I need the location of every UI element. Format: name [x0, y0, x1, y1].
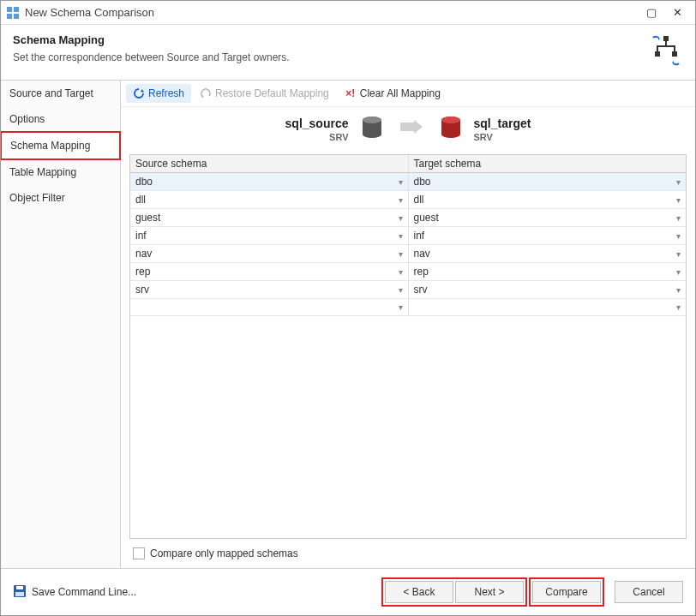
dropdown-icon[interactable]: ▾ [676, 285, 681, 295]
svg-marker-7 [658, 37, 660, 40]
header-panel: Schema Mapping Set the correspondence be… [1, 25, 695, 81]
dropdown-icon[interactable]: ▾ [676, 267, 681, 277]
target-schema-cell[interactable]: inf▾ [409, 227, 687, 244]
source-schema-cell[interactable]: inf▾ [130, 227, 409, 244]
sidebar-item-label: Source and Target [9, 87, 93, 99]
source-schema-header: Source schema [130, 155, 409, 172]
restore-default-mapping-button[interactable]: Restore Default Mapping [193, 84, 336, 103]
toolbar: Refresh Restore Default Mapping ×! Clear… [121, 81, 695, 107]
source-schema-cell[interactable]: guest▾ [130, 209, 409, 226]
target-db-srv: SRV [474, 132, 531, 142]
schema-mapping-table: Source schema Target schema dbo▾dbo▾dll▾… [129, 154, 687, 539]
compare-only-mapped-row: Compare only mapped schemas [121, 539, 695, 568]
target-schema-cell[interactable]: nav▾ [409, 245, 687, 262]
sidebar-item-options[interactable]: Options [1, 106, 120, 132]
svg-rect-0 [7, 7, 12, 12]
dropdown-icon[interactable]: ▾ [399, 231, 403, 241]
dropdown-icon[interactable]: ▾ [676, 249, 681, 259]
source-schema-value: srv [135, 284, 149, 296]
source-schema-cell[interactable]: dll▾ [130, 191, 409, 208]
next-button[interactable]: Next > [455, 581, 524, 603]
dropdown-icon[interactable]: ▾ [676, 195, 681, 205]
schema-row: guest▾guest▾ [130, 209, 686, 227]
target-db-icon [440, 116, 462, 142]
sidebar-item-object-filter[interactable]: Object Filter [1, 185, 120, 211]
svg-marker-10 [201, 94, 204, 98]
db-pair: sql_source SRV [121, 107, 695, 154]
dropdown-icon[interactable]: ▾ [399, 285, 403, 295]
target-schema-cell[interactable]: rep▾ [409, 263, 687, 280]
dropdown-icon[interactable]: ▾ [399, 177, 403, 187]
svg-marker-8 [672, 61, 674, 64]
source-db-name: sql_source [285, 117, 349, 130]
source-schema-cell[interactable]: srv▾ [130, 281, 409, 298]
sidebar: Source and Target Options Schema Mapping… [1, 81, 121, 568]
schema-row: nav▾nav▾ [130, 245, 686, 263]
dropdown-icon[interactable]: ▾ [399, 195, 403, 205]
clearall-label: Clear All Mapping [360, 87, 441, 99]
target-schema-cell[interactable]: ▾ [409, 299, 687, 315]
title-bar: New Schema Comparison ▢ ✕ [1, 1, 695, 25]
main-panel: Refresh Restore Default Mapping ×! Clear… [121, 81, 695, 568]
schema-row: inf▾inf▾ [130, 227, 686, 245]
arrow-icon [399, 120, 424, 138]
save-command-line-button[interactable]: Save Command Line... [13, 584, 136, 601]
compare-button[interactable]: Compare [532, 581, 601, 603]
source-schema-cell[interactable]: nav▾ [130, 245, 409, 262]
target-schema-value: dbo [414, 176, 431, 188]
refresh-button[interactable]: Refresh [126, 84, 191, 103]
sidebar-item-label: Schema Mapping [10, 140, 90, 152]
svg-rect-18 [15, 592, 24, 596]
dropdown-icon[interactable]: ▾ [676, 177, 681, 187]
target-schema-value: inf [414, 230, 425, 242]
sidebar-item-schema-mapping[interactable]: Schema Mapping [0, 131, 121, 160]
target-schema-value: rep [414, 266, 429, 278]
svg-point-15 [441, 117, 460, 123]
back-button[interactable]: < Back [385, 581, 453, 603]
svg-rect-3 [14, 14, 19, 19]
save-command-line-label: Save Command Line... [32, 586, 136, 598]
sidebar-item-label: Object Filter [9, 192, 65, 204]
schema-row: dbo▾dbo▾ [130, 173, 686, 191]
source-db-srv: SRV [285, 132, 349, 142]
target-schema-value: nav [414, 248, 430, 260]
source-schema-value: inf [135, 230, 147, 242]
dropdown-icon[interactable]: ▾ [399, 267, 403, 277]
schema-row: rep▾rep▾ [130, 263, 686, 281]
compare-only-mapped-label: Compare only mapped schemas [150, 547, 298, 559]
source-schema-cell[interactable]: dbo▾ [130, 173, 409, 190]
refresh-label: Refresh [148, 87, 184, 99]
clear-all-mapping-button[interactable]: ×! Clear All Mapping [338, 84, 447, 103]
dropdown-icon[interactable]: ▾ [399, 249, 403, 259]
close-button[interactable]: ✕ [664, 1, 690, 24]
footer: Save Command Line... < Back Next > Compa… [1, 568, 695, 615]
svg-marker-9 [141, 89, 144, 93]
target-schema-cell[interactable]: dbo▾ [409, 173, 687, 190]
source-schema-value: nav [135, 248, 152, 260]
dropdown-icon[interactable]: ▾ [676, 302, 681, 312]
app-icon [6, 6, 20, 20]
compare-only-mapped-checkbox[interactable] [133, 547, 145, 559]
source-schema-value: dbo [135, 176, 153, 188]
source-schema-cell[interactable]: rep▾ [130, 263, 409, 280]
sidebar-item-source-and-target[interactable]: Source and Target [1, 81, 120, 106]
dropdown-icon[interactable]: ▾ [399, 213, 403, 223]
dropdown-icon[interactable]: ▾ [676, 213, 681, 223]
source-db-icon [361, 116, 383, 142]
svg-rect-1 [14, 7, 19, 12]
dropdown-icon[interactable]: ▾ [399, 302, 403, 312]
source-schema-cell[interactable]: ▾ [130, 299, 409, 315]
svg-point-12 [363, 117, 381, 123]
sidebar-item-table-mapping[interactable]: Table Mapping [1, 159, 120, 185]
clear-icon: ×! [345, 87, 357, 99]
dropdown-icon[interactable]: ▾ [676, 231, 681, 241]
target-schema-cell[interactable]: srv▾ [409, 281, 687, 298]
sidebar-item-label: Table Mapping [9, 166, 76, 178]
refresh-icon [133, 87, 145, 99]
page-subtitle: Set the correspondence between Source an… [13, 51, 290, 63]
maximize-button[interactable]: ▢ [639, 1, 664, 24]
cancel-button[interactable]: Cancel [615, 581, 683, 603]
schema-row: srv▾srv▾ [130, 281, 686, 299]
target-schema-cell[interactable]: dll▾ [409, 191, 687, 208]
target-schema-cell[interactable]: guest▾ [409, 209, 687, 226]
